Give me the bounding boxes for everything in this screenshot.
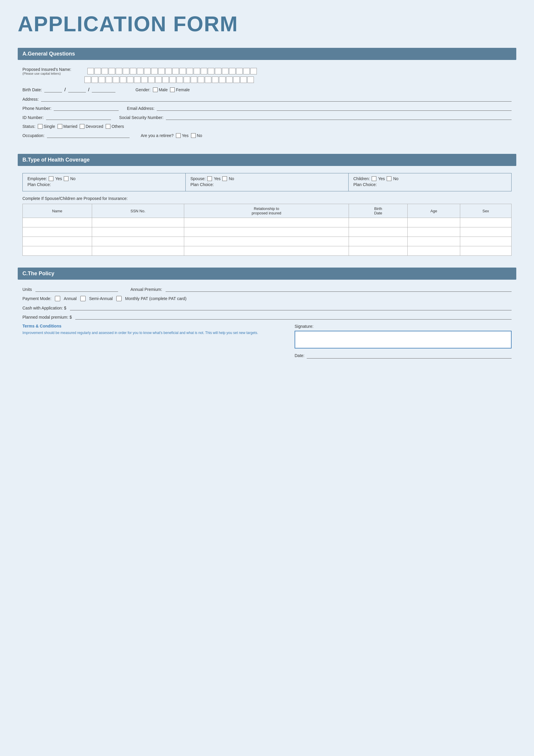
char-box[interactable] [247,76,254,83]
annual-checkbox[interactable] [55,296,60,301]
char-box[interactable] [151,68,158,74]
char-box[interactable] [137,68,144,74]
char-box[interactable] [162,76,169,83]
occupation-input[interactable] [47,133,130,138]
table-cell-ssn[interactable] [92,218,184,228]
birth-day-input[interactable] [68,87,86,93]
char-box[interactable] [229,68,236,74]
char-box[interactable] [170,76,176,83]
char-box[interactable] [194,68,200,74]
table-cell-relationship[interactable] [184,246,349,256]
date-underline[interactable] [307,353,512,359]
table-cell-sex[interactable] [460,237,511,246]
gender-male-checkbox[interactable]: Male [153,87,168,92]
status-married[interactable]: Married [58,124,77,129]
char-box[interactable] [176,76,183,83]
female-checkbox-box[interactable] [170,87,175,92]
table-cell-birthdate[interactable] [349,237,408,246]
birth-month-input[interactable] [44,87,62,93]
children-yes-checkbox[interactable] [372,176,376,181]
char-box[interactable] [101,68,108,74]
char-box[interactable] [233,76,240,83]
address-input[interactable] [41,96,512,102]
table-cell-ssn[interactable] [92,237,184,246]
single-checkbox[interactable] [38,124,42,129]
char-box[interactable] [173,68,179,74]
char-box[interactable] [226,76,233,83]
units-input[interactable] [36,287,118,292]
male-checkbox-box[interactable] [153,87,158,92]
char-box[interactable] [158,68,165,74]
table-cell-birthdate[interactable] [349,228,408,237]
char-box[interactable] [243,68,250,74]
char-box[interactable] [222,68,228,74]
char-box[interactable] [109,68,115,74]
retiree-yes[interactable]: Yes [176,133,189,138]
char-box[interactable] [87,68,94,74]
table-cell-age[interactable] [408,228,460,237]
char-box[interactable] [120,76,126,83]
char-box[interactable] [205,76,211,83]
char-box[interactable] [212,76,219,83]
char-box[interactable] [240,76,247,83]
retiree-no-checkbox[interactable] [191,133,196,138]
table-cell-relationship[interactable] [184,237,349,246]
char-box[interactable] [84,76,91,83]
char-box[interactable] [198,76,204,83]
annual-premium-input[interactable] [166,287,512,292]
char-box[interactable] [148,76,155,83]
divorced-checkbox[interactable] [80,124,84,129]
table-cell-ssn[interactable] [92,228,184,237]
table-cell-name[interactable] [23,246,92,256]
char-box[interactable] [201,68,207,74]
table-cell-relationship[interactable] [184,218,349,228]
table-cell-age[interactable] [408,218,460,228]
table-cell-birthdate[interactable] [349,218,408,228]
char-box[interactable] [165,68,172,74]
table-cell-name[interactable] [23,228,92,237]
char-box[interactable] [208,68,214,74]
char-box[interactable] [141,76,147,83]
spouse-yes-checkbox[interactable] [207,176,212,181]
table-cell-name[interactable] [23,218,92,228]
ssn-input[interactable] [166,115,512,120]
email-input[interactable] [157,106,512,111]
monthly-pat-checkbox[interactable] [116,296,121,301]
char-box[interactable] [134,76,141,83]
gender-female-checkbox[interactable]: Female [170,87,190,92]
char-box[interactable] [98,76,105,83]
planned-input[interactable] [75,314,512,319]
char-box[interactable] [179,68,186,74]
married-checkbox[interactable] [58,124,62,129]
retiree-no[interactable]: No [191,133,202,138]
table-cell-sex[interactable] [460,218,511,228]
char-box[interactable] [94,68,101,74]
char-box[interactable] [123,68,129,74]
char-box[interactable] [250,68,257,74]
children-no-checkbox[interactable] [387,176,391,181]
table-cell-age[interactable] [408,246,460,256]
phone-input[interactable] [54,106,119,111]
table-cell-sex[interactable] [460,246,511,256]
table-cell-sex[interactable] [460,228,511,237]
status-single[interactable]: Single [38,124,55,129]
char-box[interactable] [187,68,193,74]
spouse-no-checkbox[interactable] [222,176,227,181]
retiree-yes-checkbox[interactable] [176,133,181,138]
table-cell-birthdate[interactable] [349,246,408,256]
table-cell-age[interactable] [408,237,460,246]
table-cell-ssn[interactable] [92,246,184,256]
table-cell-name[interactable] [23,237,92,246]
char-box[interactable] [127,76,133,83]
char-box[interactable] [236,68,243,74]
cash-input[interactable] [70,305,512,310]
char-box[interactable] [113,76,119,83]
status-divorced[interactable]: Devorced [80,124,103,129]
employee-yes-checkbox[interactable] [49,176,53,181]
id-input[interactable] [46,115,111,120]
char-box[interactable] [92,76,98,83]
table-cell-relationship[interactable] [184,228,349,237]
signature-box[interactable] [295,331,512,348]
char-box[interactable] [184,76,190,83]
char-box[interactable] [155,76,162,83]
